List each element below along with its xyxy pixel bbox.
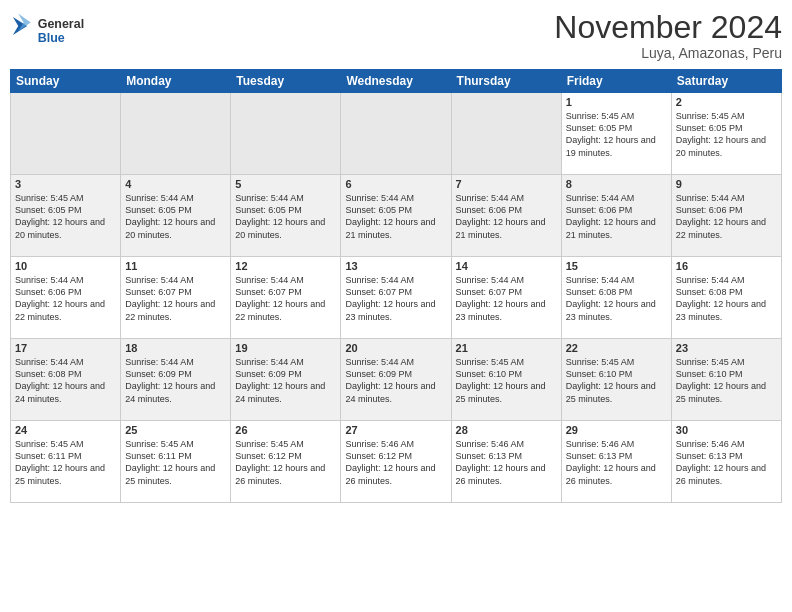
table-row: 8Sunrise: 5:44 AM Sunset: 6:06 PM Daylig… (561, 175, 671, 257)
col-wednesday: Wednesday (341, 70, 451, 93)
table-row: 14Sunrise: 5:44 AM Sunset: 6:07 PM Dayli… (451, 257, 561, 339)
day-info: Sunrise: 5:44 AM Sunset: 6:06 PM Dayligh… (566, 192, 667, 241)
day-info: Sunrise: 5:44 AM Sunset: 6:09 PM Dayligh… (235, 356, 336, 405)
table-row: 30Sunrise: 5:46 AM Sunset: 6:13 PM Dayli… (671, 421, 781, 503)
day-info: Sunrise: 5:44 AM Sunset: 6:06 PM Dayligh… (456, 192, 557, 241)
day-number: 23 (676, 342, 777, 354)
day-info: Sunrise: 5:44 AM Sunset: 6:07 PM Dayligh… (235, 274, 336, 323)
col-tuesday: Tuesday (231, 70, 341, 93)
day-number: 5 (235, 178, 336, 190)
day-number: 12 (235, 260, 336, 272)
day-info: Sunrise: 5:45 AM Sunset: 6:05 PM Dayligh… (566, 110, 667, 159)
table-row: 28Sunrise: 5:46 AM Sunset: 6:13 PM Dayli… (451, 421, 561, 503)
day-info: Sunrise: 5:45 AM Sunset: 6:05 PM Dayligh… (15, 192, 116, 241)
col-sunday: Sunday (11, 70, 121, 93)
table-row: 26Sunrise: 5:45 AM Sunset: 6:12 PM Dayli… (231, 421, 341, 503)
table-row: 2Sunrise: 5:45 AM Sunset: 6:05 PM Daylig… (671, 93, 781, 175)
day-info: Sunrise: 5:45 AM Sunset: 6:10 PM Dayligh… (456, 356, 557, 405)
table-row: 5Sunrise: 5:44 AM Sunset: 6:05 PM Daylig… (231, 175, 341, 257)
day-info: Sunrise: 5:44 AM Sunset: 6:08 PM Dayligh… (566, 274, 667, 323)
day-info: Sunrise: 5:44 AM Sunset: 6:07 PM Dayligh… (345, 274, 446, 323)
month-title: November 2024 (554, 10, 782, 45)
table-row: 3Sunrise: 5:45 AM Sunset: 6:05 PM Daylig… (11, 175, 121, 257)
day-info: Sunrise: 5:44 AM Sunset: 6:06 PM Dayligh… (676, 192, 777, 241)
day-info: Sunrise: 5:44 AM Sunset: 6:05 PM Dayligh… (235, 192, 336, 241)
table-row: 11Sunrise: 5:44 AM Sunset: 6:07 PM Dayli… (121, 257, 231, 339)
day-info: Sunrise: 5:45 AM Sunset: 6:12 PM Dayligh… (235, 438, 336, 487)
day-number: 25 (125, 424, 226, 436)
table-row: 19Sunrise: 5:44 AM Sunset: 6:09 PM Dayli… (231, 339, 341, 421)
day-number: 14 (456, 260, 557, 272)
col-friday: Friday (561, 70, 671, 93)
day-number: 21 (456, 342, 557, 354)
table-row: 21Sunrise: 5:45 AM Sunset: 6:10 PM Dayli… (451, 339, 561, 421)
calendar-week-row: 3Sunrise: 5:45 AM Sunset: 6:05 PM Daylig… (11, 175, 782, 257)
calendar-table: Sunday Monday Tuesday Wednesday Thursday… (10, 69, 782, 503)
page: General Blue November 2024 Luya, Amazona… (0, 0, 792, 612)
table-row (451, 93, 561, 175)
table-row (11, 93, 121, 175)
day-number: 3 (15, 178, 116, 190)
day-number: 26 (235, 424, 336, 436)
day-number: 24 (15, 424, 116, 436)
table-row: 1Sunrise: 5:45 AM Sunset: 6:05 PM Daylig… (561, 93, 671, 175)
day-info: Sunrise: 5:44 AM Sunset: 6:07 PM Dayligh… (456, 274, 557, 323)
day-number: 6 (345, 178, 446, 190)
day-info: Sunrise: 5:44 AM Sunset: 6:05 PM Dayligh… (125, 192, 226, 241)
table-row: 22Sunrise: 5:45 AM Sunset: 6:10 PM Dayli… (561, 339, 671, 421)
day-number: 7 (456, 178, 557, 190)
table-row: 25Sunrise: 5:45 AM Sunset: 6:11 PM Dayli… (121, 421, 231, 503)
col-monday: Monday (121, 70, 231, 93)
table-row: 7Sunrise: 5:44 AM Sunset: 6:06 PM Daylig… (451, 175, 561, 257)
day-info: Sunrise: 5:46 AM Sunset: 6:13 PM Dayligh… (566, 438, 667, 487)
table-row: 10Sunrise: 5:44 AM Sunset: 6:06 PM Dayli… (11, 257, 121, 339)
logo-svg: General Blue (10, 10, 110, 50)
day-info: Sunrise: 5:46 AM Sunset: 6:13 PM Dayligh… (456, 438, 557, 487)
calendar-header-row: Sunday Monday Tuesday Wednesday Thursday… (11, 70, 782, 93)
day-info: Sunrise: 5:44 AM Sunset: 6:07 PM Dayligh… (125, 274, 226, 323)
table-row: 17Sunrise: 5:44 AM Sunset: 6:08 PM Dayli… (11, 339, 121, 421)
calendar-week-row: 10Sunrise: 5:44 AM Sunset: 6:06 PM Dayli… (11, 257, 782, 339)
day-number: 1 (566, 96, 667, 108)
table-row (341, 93, 451, 175)
day-number: 30 (676, 424, 777, 436)
day-info: Sunrise: 5:46 AM Sunset: 6:12 PM Dayligh… (345, 438, 446, 487)
location: Luya, Amazonas, Peru (554, 45, 782, 61)
day-number: 18 (125, 342, 226, 354)
day-number: 15 (566, 260, 667, 272)
table-row: 20Sunrise: 5:44 AM Sunset: 6:09 PM Dayli… (341, 339, 451, 421)
day-number: 4 (125, 178, 226, 190)
header: General Blue November 2024 Luya, Amazona… (10, 10, 782, 61)
table-row: 4Sunrise: 5:44 AM Sunset: 6:05 PM Daylig… (121, 175, 231, 257)
day-info: Sunrise: 5:46 AM Sunset: 6:13 PM Dayligh… (676, 438, 777, 487)
table-row: 13Sunrise: 5:44 AM Sunset: 6:07 PM Dayli… (341, 257, 451, 339)
day-number: 22 (566, 342, 667, 354)
day-number: 16 (676, 260, 777, 272)
col-saturday: Saturday (671, 70, 781, 93)
col-thursday: Thursday (451, 70, 561, 93)
day-number: 13 (345, 260, 446, 272)
table-row (121, 93, 231, 175)
day-number: 10 (15, 260, 116, 272)
day-number: 17 (15, 342, 116, 354)
table-row: 16Sunrise: 5:44 AM Sunset: 6:08 PM Dayli… (671, 257, 781, 339)
day-info: Sunrise: 5:45 AM Sunset: 6:10 PM Dayligh… (566, 356, 667, 405)
day-number: 20 (345, 342, 446, 354)
day-number: 2 (676, 96, 777, 108)
table-row: 27Sunrise: 5:46 AM Sunset: 6:12 PM Dayli… (341, 421, 451, 503)
day-info: Sunrise: 5:44 AM Sunset: 6:09 PM Dayligh… (345, 356, 446, 405)
table-row: 9Sunrise: 5:44 AM Sunset: 6:06 PM Daylig… (671, 175, 781, 257)
day-info: Sunrise: 5:44 AM Sunset: 6:06 PM Dayligh… (15, 274, 116, 323)
table-row: 6Sunrise: 5:44 AM Sunset: 6:05 PM Daylig… (341, 175, 451, 257)
title-section: November 2024 Luya, Amazonas, Peru (554, 10, 782, 61)
day-info: Sunrise: 5:44 AM Sunset: 6:08 PM Dayligh… (15, 356, 116, 405)
day-number: 28 (456, 424, 557, 436)
svg-text:Blue: Blue (38, 31, 65, 45)
calendar-week-row: 17Sunrise: 5:44 AM Sunset: 6:08 PM Dayli… (11, 339, 782, 421)
calendar-week-row: 1Sunrise: 5:45 AM Sunset: 6:05 PM Daylig… (11, 93, 782, 175)
table-row: 15Sunrise: 5:44 AM Sunset: 6:08 PM Dayli… (561, 257, 671, 339)
table-row: 23Sunrise: 5:45 AM Sunset: 6:10 PM Dayli… (671, 339, 781, 421)
day-info: Sunrise: 5:45 AM Sunset: 6:05 PM Dayligh… (676, 110, 777, 159)
day-number: 27 (345, 424, 446, 436)
day-info: Sunrise: 5:44 AM Sunset: 6:09 PM Dayligh… (125, 356, 226, 405)
